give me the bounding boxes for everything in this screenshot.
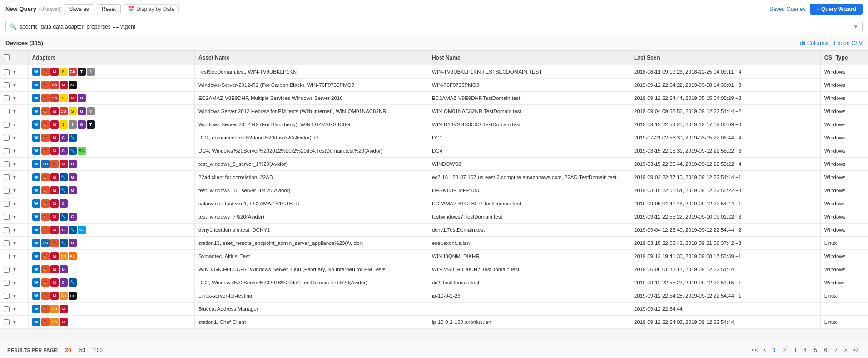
row-last-seen: 2019-09-12 19:41:30, 2019-09-08 17:53:39… [630,250,820,263]
row-expand-btn[interactable]: ▼ [11,135,18,140]
row-adapters-cell: W🦅MG🔧SN [28,144,194,158]
row-checkbox[interactable] [4,161,10,167]
row-expand-btn[interactable]: ▼ [11,70,18,75]
display-date-picker[interactable]: 📅 Display by Date [124,4,179,14]
row-asset-name: Windows Server 2012 Hebrew for PM tests … [195,105,428,118]
adapter-icon-crowd: 🦅 [41,292,50,300]
search-input[interactable] [20,24,849,30]
row-expand-btn[interactable]: ▼ [11,307,18,312]
page-2[interactable]: 2 [780,346,789,348]
row-checkbox[interactable] [4,95,10,101]
th-host-name[interactable]: Host Name [428,51,630,65]
row-checkbox-cell: ▼ [0,237,28,250]
row-checkbox[interactable] [4,267,10,273]
export-csv-link[interactable]: Export CSV [834,40,863,46]
row-expand-btn[interactable]: ▼ [11,188,18,193]
row-expand-btn[interactable]: ▼ [11,254,18,259]
row-checkbox[interactable] [4,214,10,220]
reset-button[interactable]: Reset [97,4,121,14]
row-os-type [820,303,868,316]
th-os-type[interactable]: OS: Type [820,51,868,65]
row-os-type: Linux [820,289,868,303]
row-expand-btn[interactable]: ▼ [11,280,18,285]
top-bar: New Query [Unsaved] Save as Reset 📅 Disp… [0,0,868,18]
edit-columns-link[interactable]: Edit Columns [796,40,828,46]
page-4[interactable]: 4 [801,346,809,348]
row-checkbox[interactable] [4,227,10,233]
search-dropdown-arrow[interactable]: ▼ [853,24,858,30]
page-3[interactable]: 3 [791,346,799,348]
select-all-checkbox[interactable] [4,54,10,60]
row-last-seen: 2019-09-12 22:54:44, 2019-05-15 04:05:29… [630,92,820,105]
row-checkbox-cell: ▼ [0,171,28,184]
row-checkbox[interactable] [4,306,10,312]
table-row: ▼W🦅MG🔧SNDC4, Windows%20Server%202012%20r… [0,144,868,158]
query-wizard-button[interactable]: + Query Wizard [810,4,863,15]
page-5[interactable]: 5 [811,346,820,348]
adapter-icon-crowd: 🦅 [41,120,50,129]
page-last[interactable]: >> [851,346,861,348]
row-checkbox[interactable] [4,135,10,141]
row-adapters-cell: W🦅MSCbT? [28,65,194,79]
row-checkbox[interactable] [4,280,10,286]
row-checkbox[interactable] [4,293,10,299]
row-adapters-cell: W🦅MG🔧SC [28,224,194,237]
row-expand-btn[interactable]: ▼ [11,175,18,180]
row-expand-btn[interactable]: ▼ [11,109,18,114]
th-adapters[interactable]: Adapters [28,51,194,65]
row-checkbox[interactable] [4,188,10,194]
row-checkbox[interactable] [4,201,10,207]
row-expand-btn[interactable]: ▼ [11,241,18,246]
row-expand-btn[interactable]: ▼ [11,122,18,127]
row-checkbox[interactable] [4,82,10,88]
adapter-icon-mcafee: M [50,278,59,287]
adapter-icon-crowd: 🦅 [41,81,50,89]
adapter-icon-gpo: G [78,120,86,129]
adapter-icon-mcafee: M [50,134,59,142]
page-prev[interactable]: < [761,346,768,348]
row-expand-btn[interactable]: ▼ [11,201,18,206]
adapter-icon-mcafee: M [50,120,59,129]
row-os-type: Windows [820,197,868,210]
new-query-label: New Query [5,5,36,12]
row-checkbox[interactable] [4,148,10,154]
row-checkbox-cell: ▼ [0,118,28,131]
row-expand-btn[interactable]: ▼ [11,320,18,325]
page-first[interactable]: << [749,346,759,348]
rpp-100[interactable]: 100 [92,346,104,348]
row-adapters-cell: W🦅MChCX [28,289,194,303]
page-7[interactable]: 7 [832,346,840,348]
page-1[interactable]: 1 [770,346,779,348]
row-expand-btn[interactable]: ▼ [11,162,18,167]
row-expand-btn[interactable]: ▼ [11,293,18,298]
save-as-button[interactable]: Save as [64,4,94,14]
row-expand-btn[interactable]: ▼ [11,228,18,233]
page-6[interactable]: 6 [822,346,830,348]
th-asset-name[interactable]: Asset Name [195,51,428,65]
row-checkbox[interactable] [4,174,10,180]
row-checkbox[interactable] [4,109,10,114]
saved-queries-link[interactable]: Saved Queries [769,6,805,12]
row-host-name: WIN-QM01NAC82NR.TestDomain.test [428,105,630,118]
row-expand-btn[interactable]: ▼ [11,267,18,272]
row-checkbox[interactable] [4,240,10,246]
row-checkbox[interactable] [4,319,10,325]
row-expand-btn[interactable]: ▼ [11,214,18,219]
row-last-seen: 2019-07-21 02:56:30, 2019-03-15 22:06:44… [630,131,820,144]
row-expand-btn[interactable]: ▼ [11,96,18,101]
adapter-icon-crowd: 🦅 [41,147,50,155]
adapter-icon-win: W [32,120,40,129]
row-adapters-cell: WES🦅🔧G [28,237,194,250]
row-checkbox[interactable] [4,69,10,75]
rpp-50[interactable]: 50 [78,346,87,348]
row-os-type: Windows [820,210,868,224]
row-expand-btn[interactable]: ▼ [11,149,18,154]
row-checkbox[interactable] [4,122,10,128]
rpp-20[interactable]: 20 [63,346,73,348]
row-expand-btn[interactable]: ▼ [11,83,18,88]
page-next[interactable]: > [842,346,849,348]
adapter-icon-gpo: G [60,134,68,142]
adapter-icon-gpo: G [69,239,77,247]
row-checkbox[interactable] [4,254,10,259]
th-last-seen[interactable]: Last Seen [630,51,820,65]
